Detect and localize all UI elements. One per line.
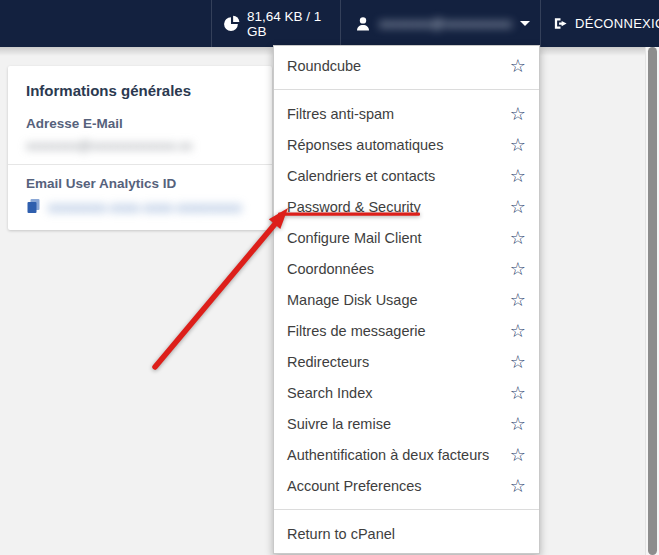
disk-usage-indicator[interactable]: 81,64 KB / 1 GB (211, 0, 340, 47)
favorite-star-icon[interactable]: ☆ (510, 260, 526, 278)
favorite-star-icon[interactable]: ☆ (510, 291, 526, 309)
menu-item-configure-mail-client[interactable]: Configure Mail Client ☆ (274, 222, 539, 253)
email-field-label: Adresse E-Mail (26, 116, 254, 131)
top-navbar: 81,64 KB / 1 GB xxxxxxxx@xxxxxxxxxxxx.xx… (0, 0, 659, 47)
chevron-down-icon (520, 21, 530, 26)
disk-usage-text: 81,64 KB / 1 GB (247, 9, 340, 39)
favorite-star-icon[interactable]: ☆ (510, 198, 526, 216)
favorite-star-icon[interactable]: ☆ (510, 353, 526, 371)
favorite-star-icon[interactable]: ☆ (510, 322, 526, 340)
favorite-star-icon[interactable]: ☆ (510, 415, 526, 433)
menu-item-contact-information[interactable]: Coordonnées ☆ (274, 253, 539, 284)
menu-item-account-preferences[interactable]: Account Preferences ☆ (274, 470, 539, 501)
favorite-star-icon[interactable]: ☆ (510, 57, 526, 75)
menu-item-password-security[interactable]: Password & Security ☆ (274, 191, 539, 222)
menu-item-email-filters[interactable]: Filtres de messagerie ☆ (274, 315, 539, 346)
favorite-star-icon[interactable]: ☆ (510, 477, 526, 495)
favorite-star-icon[interactable]: ☆ (510, 384, 526, 402)
account-menu-toggle[interactable]: xxxxxxxx@xxxxxxxxxxxx.xx (340, 0, 540, 47)
favorite-star-icon[interactable]: ☆ (510, 229, 526, 247)
favorite-star-icon[interactable]: ☆ (510, 167, 526, 185)
annotation-arrow-shaft (155, 224, 275, 367)
menu-divider (274, 509, 539, 510)
menu-item-spam-filters[interactable]: Filtres anti-spam ☆ (274, 98, 539, 129)
menu-divider (274, 89, 539, 90)
vertical-scrollbar[interactable] (645, 47, 659, 555)
scrollbar-thumb[interactable] (648, 47, 657, 555)
favorite-star-icon[interactable]: ☆ (510, 105, 526, 123)
analytics-id-row: 00000000-0000-0000-000000000 (26, 198, 254, 218)
menu-item-calendars-contacts[interactable]: Calendriers et contacts ☆ (274, 160, 539, 191)
analytics-id-label: Email User Analytics ID (26, 176, 254, 191)
navbar-spacer (0, 0, 211, 47)
card-section-email: Informations générales Adresse E-Mail xx… (8, 66, 272, 164)
menu-item-roundcube[interactable]: Roundcube ☆ (274, 50, 539, 81)
menu-item-search-index[interactable]: Search Index ☆ (274, 377, 539, 408)
general-info-card: Informations générales Adresse E-Mail xx… (8, 66, 272, 230)
menu-list: Roundcube ☆ Filtres anti-spam ☆ Réponses… (274, 50, 539, 549)
card-section-analytics-id: Email User Analytics ID 00000000-0000-00… (8, 165, 272, 230)
pie-chart-icon (223, 15, 240, 32)
menu-item-autoresponders[interactable]: Réponses automatiques ☆ (274, 129, 539, 160)
logout-icon (553, 16, 568, 31)
menu-item-return-to-cpanel[interactable]: Return to cPanel (274, 518, 539, 549)
account-dropdown-menu: Roundcube ☆ Filtres anti-spam ☆ Réponses… (273, 45, 540, 554)
menu-item-track-delivery[interactable]: Suivre la remise ☆ (274, 408, 539, 439)
email-field-value-redacted: xxxxxxxx@xxxxxxxxxxxxx.xx (26, 138, 254, 153)
account-email-redacted: xxxxxxxx@xxxxxxxxxxxx.xx (379, 16, 512, 31)
logout-label: DÉCONNEXION (575, 16, 659, 31)
menu-item-forwarders[interactable]: Redirecteurs ☆ (274, 346, 539, 377)
user-icon (355, 16, 371, 32)
menu-item-manage-disk-usage[interactable]: Manage Disk Usage ☆ (274, 284, 539, 315)
logout-button[interactable]: DÉCONNEXION (540, 0, 659, 47)
analytics-id-value-redacted: 00000000-0000-0000-000000000 (48, 201, 242, 216)
favorite-star-icon[interactable]: ☆ (510, 136, 526, 154)
copy-icon[interactable] (26, 198, 41, 218)
card-title: Informations générales (26, 82, 254, 99)
webmail-home-screen: 81,64 KB / 1 GB xxxxxxxx@xxxxxxxxxxxx.xx… (0, 0, 659, 555)
menu-item-two-factor-auth[interactable]: Authentification à deux facteurs ☆ (274, 439, 539, 470)
favorite-star-icon[interactable]: ☆ (510, 446, 526, 464)
